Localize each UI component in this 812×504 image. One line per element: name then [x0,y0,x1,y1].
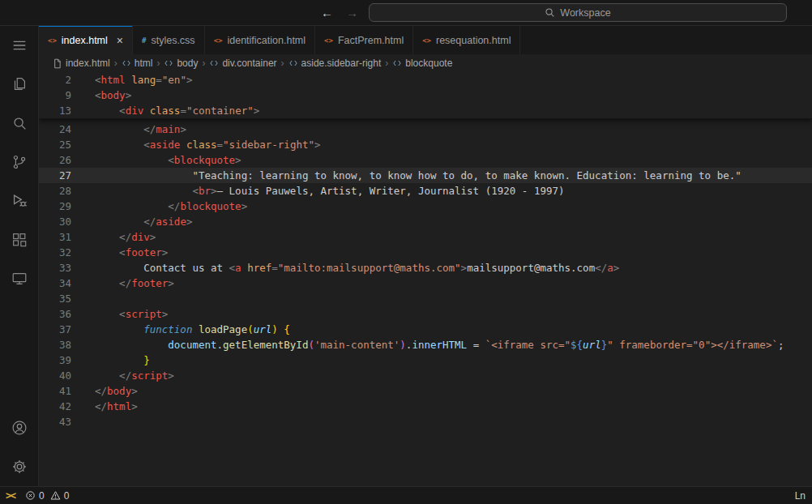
remote-explorer-icon[interactable] [0,259,39,298]
cursor-position[interactable]: Ln [795,490,806,502]
code-text: </html> [95,399,812,414]
code-line-30[interactable]: 30 </aside> [39,214,812,229]
code-text: "Teaching: learning to know, to know how… [95,168,812,183]
code-line-35[interactable]: 35 [39,291,812,306]
remote-indicator-icon[interactable]: >< [6,490,15,502]
tab-index.html[interactable]: <>index.html× [39,26,133,54]
line-number: 13 [39,103,71,118]
file-icon [52,58,62,69]
line-number: 9 [39,88,71,103]
code-line-24[interactable]: 24 </main> [39,122,812,137]
code-line-43[interactable]: 43 [39,414,812,429]
tab-FactPrem.html[interactable]: <>FactPrem.html [315,26,413,54]
code-line-29[interactable]: 29 </blockquote> [39,199,812,214]
code-line-31[interactable]: 31 </div> [39,229,812,245]
line-number: 25 [39,137,71,152]
code-line-27[interactable]: 27 "Teaching: learning to know, to know … [39,168,812,183]
code-line-33[interactable]: 33 Contact us at <a href="mailto:mailsup… [39,260,812,275]
code-editor[interactable]: 2<html lang="en">9<body>13 <div class="c… [39,72,812,486]
symbol-element-icon [288,58,298,68]
forward-arrow-icon[interactable]: → [346,6,358,19]
line-number: 39 [39,352,71,368]
line-number: 38 [39,337,71,352]
code-text: </main> [95,122,812,137]
search-icon[interactable] [0,104,39,143]
code-line-39[interactable]: 39 } [39,352,812,368]
code-line-38[interactable]: 38 document.getElementById('main-content… [39,337,812,352]
nav-history: ← → [321,0,358,25]
line-number: 42 [39,399,71,414]
search-icon [545,7,555,18]
symbol-element-icon [392,58,402,68]
command-center-search[interactable]: Workspace [369,3,787,22]
chevron-right-icon: › [281,58,284,69]
line-number: 34 [39,275,71,291]
code-line-40[interactable]: 40 </script> [39,368,812,383]
accounts-icon[interactable] [0,408,39,447]
tab-label: index.html [62,35,108,46]
code-line-36[interactable]: 36 <script> [39,306,812,322]
code-text [95,291,812,306]
html-file-icon: <> [324,36,333,45]
extensions-icon[interactable] [0,220,39,259]
code-line-2[interactable]: 2<html lang="en"> [39,72,812,88]
line-number: 40 [39,368,71,383]
error-icon [25,490,36,501]
html-file-icon: <> [214,36,223,45]
code-text: <blockquote> [95,152,812,168]
breadcrumb-item-index.html[interactable]: index.html [52,58,110,69]
code-text: function loadPage(url) { [95,322,812,337]
code-text: <div class="container"> [95,103,812,118]
line-number: 32 [39,245,71,260]
run-debug-icon[interactable] [0,182,39,220]
chevron-right-icon: › [156,58,160,69]
line-number: 33 [39,260,71,275]
settings-icon[interactable] [0,447,39,486]
line-number: 43 [39,414,71,429]
code-line-32[interactable]: 32 <footer> [39,245,812,260]
code-text: </script> [95,368,812,383]
code-line-9[interactable]: 9<body> [39,88,812,103]
code-text: </body> [95,383,812,399]
line-number: 26 [39,152,71,168]
breadcrumb-item-blockquote[interactable]: blockquote [392,58,452,69]
chevron-right-icon: › [202,58,205,69]
code-text: <footer> [95,245,812,260]
code-line-25[interactable]: 25 <aside class="sidebar-right"> [39,137,812,152]
chevron-right-icon: › [114,58,118,69]
problems-indicator[interactable]: 0 0 [25,490,69,502]
breadcrumb-item-div.container[interactable]: div.container [209,58,276,69]
menu-icon[interactable] [0,26,39,65]
tab-resequation.html[interactable]: <>resequation.html [413,26,520,54]
tab-close-icon[interactable]: × [117,35,123,46]
code-line-28[interactable]: 28 <br>— Louis Pauwels, Artist, Writer, … [39,183,812,199]
line-number: 30 [39,214,71,229]
html-file-icon: <> [48,36,57,45]
line-number: 24 [39,122,71,137]
code-line-37[interactable]: 37 function loadPage(url) { [39,322,812,337]
code-line-26[interactable]: 26 <blockquote> [39,152,812,168]
code-text: <script> [95,306,812,322]
explorer-icon[interactable] [0,65,39,104]
source-control-icon[interactable] [0,143,39,182]
tab-styles.css[interactable]: #styles.css [133,26,205,54]
code-line-41[interactable]: 41</body> [39,383,812,399]
code-text: </div> [95,229,812,245]
line-number: 31 [39,229,71,245]
tab-label: styles.css [151,35,194,46]
breadcrumb-item-body[interactable]: body [164,58,198,69]
css-file-icon: # [142,36,146,45]
warning-count: 0 [64,490,70,502]
breadcrumb-item-html[interactable]: html [122,58,153,69]
line-number: 29 [39,199,71,214]
code-text: <html lang="en"> [95,72,812,88]
line-number: 41 [39,383,71,399]
code-line-13[interactable]: 13 <div class="container"> [39,103,812,118]
code-line-34[interactable]: 34 </footer> [39,275,812,291]
warning-icon [50,490,61,501]
tab-identification.html[interactable]: <>identification.html [205,26,315,54]
code-text: Contact us at <a href="mailto:mailsuppor… [95,260,812,275]
back-arrow-icon[interactable]: ← [321,6,333,19]
code-line-42[interactable]: 42</html> [39,399,812,414]
breadcrumb-item-aside.sidebar-right[interactable]: aside.sidebar-right [288,58,382,69]
